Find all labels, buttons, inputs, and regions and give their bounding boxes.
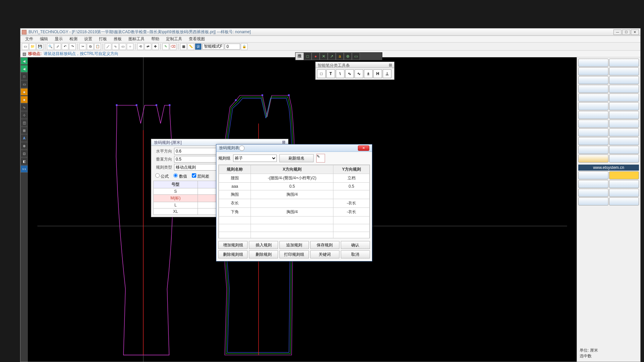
rtool-9[interactable]	[578, 94, 608, 102]
grid-icon[interactable]: ▦	[180, 43, 187, 50]
mode-icon[interactable]: 设	[195, 43, 202, 50]
group-select[interactable]: 裤子	[233, 155, 277, 162]
radio-formula[interactable]: 公式	[155, 173, 169, 179]
minimize-button[interactable]: —	[613, 29, 622, 35]
menu-view[interactable]: 显示	[52, 36, 65, 43]
mode-select[interactable]: 智能模式F	[202, 44, 224, 50]
pen-shape-wave[interactable]: ∿	[345, 69, 354, 78]
rtool-18[interactable]	[609, 128, 639, 136]
ltool-13[interactable]: ◧	[20, 158, 28, 165]
pen-tool-window[interactable]: 智能笔分类工具条 ⊠ □ T \ ∿ ∿ ± H ⊥	[315, 62, 394, 80]
dlg2-btn-4[interactable]: 确认	[341, 241, 370, 249]
ltool-1[interactable]: ◀	[20, 57, 28, 65]
rtool-22[interactable]	[609, 146, 639, 154]
refresh-group-button[interactable]: 刷新组名	[279, 154, 314, 162]
pen-tool-close-icon[interactable]: ⊠	[389, 63, 392, 67]
circle-icon[interactable]: ○	[127, 43, 133, 50]
gb-5[interactable]: a	[336, 53, 344, 60]
ltool-6[interactable]: ■	[20, 96, 28, 103]
ltool-8[interactable]: ⊹	[20, 111, 28, 119]
mirror-icon[interactable]: ⇄	[145, 43, 151, 50]
lock-icon[interactable]: 🔒	[241, 43, 248, 50]
ltool-7[interactable]: ∿	[20, 104, 28, 111]
erase-icon[interactable]: ⌫	[170, 43, 176, 50]
redo-icon[interactable]: ↷	[69, 43, 76, 50]
rtool-27[interactable]	[578, 180, 608, 188]
grade-floatbar[interactable]: 推 □ ● ✕ ↗ a ⊕ ▭	[295, 52, 382, 60]
paste-icon[interactable]: 📋	[94, 43, 101, 50]
cut-icon[interactable]: ✂	[79, 43, 86, 50]
dlg2-btn-1[interactable]: 插入规则	[249, 241, 278, 249]
website-link[interactable]: www.etsystem.cn	[578, 165, 639, 171]
dlg2-btn-7[interactable]: 打印规则组	[279, 250, 309, 258]
pen-tool-header[interactable]: 智能笔分类工具条 ⊠	[316, 62, 394, 68]
rtool-5[interactable]	[578, 76, 608, 84]
maximize-button[interactable]: ☐	[622, 29, 630, 35]
menu-help[interactable]: 帮助	[149, 36, 162, 43]
dlg2-close-button[interactable]: ✕	[358, 145, 369, 151]
rect-icon[interactable]: ▭	[119, 43, 126, 50]
ltool-10[interactable]: ⊞	[20, 127, 28, 134]
rotate-icon[interactable]: ⟲	[137, 43, 144, 50]
rule-grid[interactable]: 规则名称 X方向规则 Y方向规则 腰围-(腰围/4-(臀围/4+小档弯)/2)立…	[219, 165, 370, 238]
menu-check[interactable]: 检测	[67, 36, 80, 43]
search-icon[interactable]	[239, 145, 245, 151]
rtool-26[interactable]	[609, 171, 639, 179]
rtool-29[interactable]	[578, 189, 608, 197]
mode-value[interactable]: 0	[225, 44, 240, 50]
menu-grade[interactable]: 推板	[111, 36, 124, 43]
copy-icon[interactable]: ⧉	[87, 43, 94, 50]
close-button[interactable]: ✕	[631, 29, 639, 35]
gb-2[interactable]: ●	[312, 53, 320, 60]
radio-value[interactable]: 数值	[173, 173, 187, 179]
gb-6[interactable]: ⊕	[344, 53, 352, 60]
rtool-6[interactable]	[609, 76, 639, 84]
gb-3[interactable]: ✕	[320, 53, 328, 60]
pen-icon[interactable]: ✎	[162, 43, 169, 50]
open-icon[interactable]: 📁	[29, 43, 36, 50]
rule-row[interactable]: 下角胸围/4-衣长	[219, 208, 370, 217]
rtool-2[interactable]	[609, 59, 639, 67]
zoom-icon[interactable]: 🔍	[47, 43, 54, 50]
rtool-8[interactable]	[609, 85, 639, 93]
dlg2-btn-2[interactable]: 追加规则	[279, 241, 309, 249]
rtool-10[interactable]	[609, 94, 639, 102]
rtool-15[interactable]	[578, 120, 608, 128]
gb-4[interactable]: ↗	[328, 53, 336, 60]
rtool-7[interactable]	[578, 85, 608, 93]
rule-table-dialog[interactable]: 放码规则表 ✕ 规则组 裤子 刷新组名 ✎ 规则名称 X方向规则 Y方向规则 腰…	[216, 144, 372, 261]
rtool-12[interactable]	[609, 102, 639, 110]
line-icon[interactable]: ／	[105, 43, 111, 50]
dlg2-header[interactable]: 放码规则表 ✕	[216, 144, 372, 152]
ltool-11[interactable]: ⊕	[20, 142, 28, 149]
pen-shape-h[interactable]: H	[373, 69, 382, 78]
dlg2-btn-3[interactable]: 保存规则	[310, 241, 339, 249]
ltool-ratio[interactable]: 1:1	[20, 165, 28, 173]
pen-shape-rect[interactable]: □	[317, 69, 326, 78]
dlg2-btn-8[interactable]: 关键词	[310, 250, 339, 258]
rule-row[interactable]: 胸围胸围/4	[219, 190, 370, 199]
undo-icon[interactable]: ↶	[62, 43, 68, 50]
rtool-24[interactable]	[609, 155, 639, 163]
rtool-13[interactable]	[578, 111, 608, 119]
pen-shape-curve[interactable]: ∿	[355, 69, 363, 78]
menu-settings[interactable]: 设置	[82, 36, 95, 43]
pen-shape-t[interactable]: T	[326, 69, 335, 78]
curve-icon[interactable]: ∿	[112, 43, 119, 50]
menu-viewport[interactable]: 查看视图	[186, 36, 208, 43]
zoomfit-icon[interactable]: ⤢	[54, 43, 61, 50]
gb-1[interactable]: □	[304, 53, 312, 60]
rtool-16[interactable]	[609, 120, 639, 128]
rtool-14[interactable]	[609, 111, 639, 119]
check-layerdiff[interactable]: 层间差	[192, 173, 209, 179]
rtool-21[interactable]	[578, 146, 608, 154]
menu-custom[interactable]: 定制工具	[163, 36, 185, 43]
rtool-17[interactable]	[578, 128, 608, 136]
rtool-4[interactable]	[609, 67, 639, 75]
dlg2-btn-6[interactable]: 删除规则	[249, 250, 278, 258]
ltool-2[interactable]: ◀	[20, 65, 28, 72]
pen-shape-pm[interactable]: ±	[364, 69, 373, 78]
move-icon[interactable]: ✥	[152, 43, 159, 50]
pen-shape-line[interactable]: \	[336, 69, 344, 78]
edit-icon[interactable]: ✎	[316, 154, 325, 163]
